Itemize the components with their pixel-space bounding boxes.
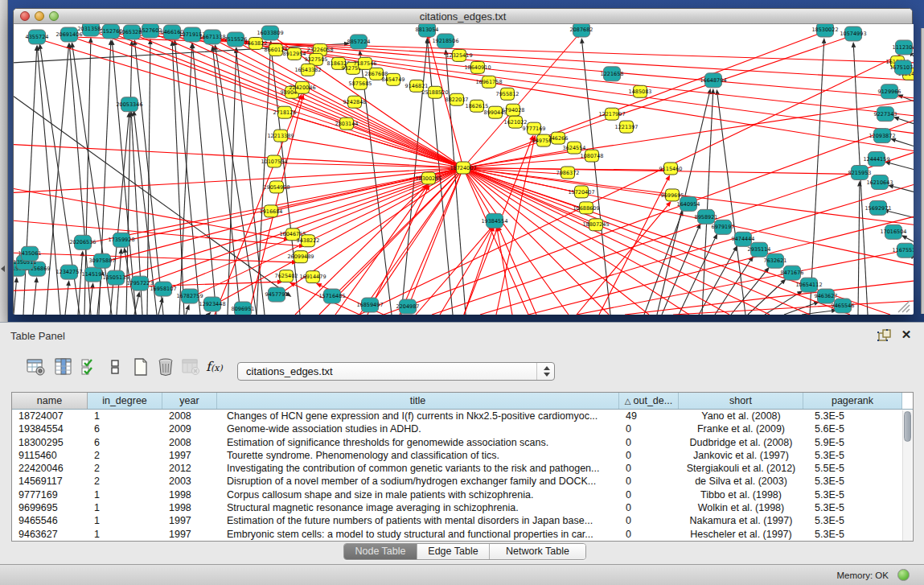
table-cell[interactable]: 1997: [162, 528, 217, 541]
table-cell[interactable]: 2003: [162, 475, 217, 488]
network-canvas-container[interactable]: 4355724206914062031358411527601065328715…: [14, 24, 914, 315]
table-cell[interactable]: 6: [88, 436, 162, 449]
graph-node[interactable]: 18807245: [582, 219, 609, 231]
table-cell[interactable]: 19384554: [12, 422, 88, 435]
graph-node[interactable]: 1640954: [677, 196, 700, 211]
memory-status-indicator[interactable]: [897, 569, 910, 581]
table-cell[interactable]: 5.3E-5: [803, 475, 902, 488]
table-row[interactable]: 946362711997Embryonic stem cells: a mode…: [12, 528, 902, 541]
graph-node[interactable]: 9242848: [343, 96, 367, 108]
graph-node[interactable]: 12444159: [863, 152, 889, 167]
graph-node[interactable]: 6979197: [712, 220, 735, 234]
table-cell[interactable]: Hescheler et al. (1997): [679, 528, 803, 541]
table-cell[interactable]: Wolkin et al. (1998): [679, 501, 803, 514]
graph-node[interactable]: 2935114: [748, 242, 771, 257]
graph-node[interactable]: 11675533: [892, 243, 914, 257]
tab-edge-table[interactable]: Edge Table: [417, 544, 489, 559]
table-cell[interactable]: 9115460: [12, 449, 88, 462]
graph-node[interactable]: 9227343: [874, 107, 897, 122]
delete-table-button[interactable]: [155, 355, 176, 379]
table-cell[interactable]: 0: [619, 514, 679, 527]
graph-node[interactable]: 12342757: [55, 265, 82, 279]
graph-node[interactable]: 7632621: [764, 253, 787, 268]
scrollbar-thumb[interactable]: [904, 411, 911, 442]
table-cell[interactable]: Structural magnetic resonance image aver…: [217, 501, 619, 514]
table-cell[interactable]: 1: [88, 528, 162, 541]
graph-node[interactable]: 9457791: [265, 287, 289, 302]
graph-node[interactable]: 4355724: [26, 30, 49, 44]
table-cell[interactable]: 5.3E-5: [803, 528, 902, 541]
column-header-name[interactable]: name: [12, 393, 88, 409]
tab-network-table[interactable]: Network Table: [489, 544, 585, 559]
table-row[interactable]: 946554611997Estimation of the future num…: [12, 514, 902, 527]
table-cell[interactable]: Tibbo et al. (1998): [679, 488, 803, 501]
table-cell[interactable]: 1: [88, 488, 162, 501]
table-cell[interactable]: 5.9E-5: [803, 436, 902, 449]
table-cell[interactable]: 0: [619, 488, 679, 501]
graph-node[interactable]: 26099489: [287, 251, 314, 263]
graph-node[interactable]: 19218506: [432, 34, 458, 48]
table-cell[interactable]: 9463627: [12, 528, 88, 541]
graph-node[interactable]: 1435061: [18, 246, 42, 261]
table-cell[interactable]: 2008: [162, 436, 217, 449]
table-cell[interactable]: 5.5E-5: [803, 462, 902, 475]
table-cell[interactable]: Corpus callosum shape and size in male p…: [217, 488, 619, 501]
graph-node[interactable]: 20206536: [69, 235, 96, 249]
column-header-title[interactable]: title: [217, 393, 619, 409]
graph-node[interactable]: 12213389: [267, 130, 294, 142]
table-vertical-scrollbar[interactable]: [902, 410, 912, 541]
table-cell[interactable]: 0: [619, 449, 679, 462]
new-table-button[interactable]: [130, 355, 151, 379]
graph-node[interactable]: 16914479: [299, 271, 326, 283]
graph-node[interactable]: 9465546: [832, 299, 855, 313]
table-cell[interactable]: 5.6E-5: [803, 422, 902, 435]
table-cell[interactable]: 1997: [162, 449, 217, 462]
graph-node[interactable]: 9129966: [878, 84, 901, 99]
table-cell[interactable]: 2009: [162, 422, 217, 435]
graph-node[interactable]: 7955812: [496, 88, 519, 100]
table-cell[interactable]: Tourette syndrome. Phenomenology and cla…: [217, 449, 619, 462]
table-cell[interactable]: 1997: [162, 514, 217, 527]
table-cell[interactable]: 49: [619, 410, 679, 422]
graph-node[interactable]: 20053346: [116, 97, 142, 112]
graph-node[interactable]: 7986372: [556, 167, 580, 179]
table-cell[interactable]: 6: [88, 422, 162, 435]
table-cell[interactable]: Disruption of a novel member of a sodium…: [217, 475, 619, 488]
table-cell[interactable]: 0: [619, 528, 679, 541]
table-cell[interactable]: 18724007: [12, 410, 88, 422]
table-cell[interactable]: 0: [619, 462, 679, 475]
left-panel-divider[interactable]: [0, 0, 8, 322]
close-panel-button[interactable]: ✕: [900, 328, 913, 341]
table-cell[interactable]: 2: [88, 462, 162, 475]
graph-node[interactable]: 1221397: [615, 121, 639, 133]
table-cell[interactable]: 5.3E-5: [803, 501, 902, 514]
table-row[interactable]: 1830029562008Estimation of significance …: [12, 436, 902, 449]
graph-node[interactable]: 8096951: [232, 302, 255, 315]
graph-node[interactable]: 2204987: [396, 299, 420, 314]
table-cell[interactable]: 5.3E-5: [803, 514, 902, 527]
cell-view-button[interactable]: [105, 355, 125, 379]
table-row[interactable]: 1456911722003Disruption of a novel membe…: [12, 475, 902, 488]
graph-node[interactable]: 16210643: [866, 175, 893, 189]
table-cell[interactable]: Jankovic et al. (1997): [679, 449, 803, 462]
graph-node[interactable]: 18640910: [464, 61, 491, 73]
table-row[interactable]: 2242004622012Investigating the contribut…: [12, 462, 902, 475]
graph-node[interactable]: 17016504: [880, 225, 906, 239]
column-header-pagerank[interactable]: pagerank: [803, 393, 902, 409]
table-cell[interactable]: Embryonic stem cells: a model to study s…: [217, 528, 619, 541]
table-cell[interactable]: Stergiakouli et al. (2012): [679, 462, 803, 475]
table-cell[interactable]: 9465546: [12, 514, 88, 527]
table-row[interactable]: 1938455462009Genome-wide association stu…: [12, 422, 902, 435]
column-header-out-de-[interactable]: △out_de...: [619, 393, 679, 409]
column-header-short[interactable]: short: [679, 393, 803, 409]
graph-node[interactable]: 17359928: [108, 233, 134, 247]
graph-node[interactable]: 9115460: [659, 163, 683, 175]
window-titlebar[interactable]: citations_edges.txt: [14, 9, 912, 24]
table-cell[interactable]: 0: [619, 422, 679, 435]
graph-node[interactable]: 16648794: [700, 73, 726, 88]
table-cell[interactable]: Changes of HCN gene expression and I(f) …: [217, 410, 619, 422]
table-cell[interactable]: 9699695: [12, 501, 88, 514]
graph-node[interactable]: 15716485: [318, 289, 345, 303]
table-cell[interactable]: 1: [88, 501, 162, 514]
column-header-in-degree[interactable]: in_degree: [88, 393, 162, 409]
